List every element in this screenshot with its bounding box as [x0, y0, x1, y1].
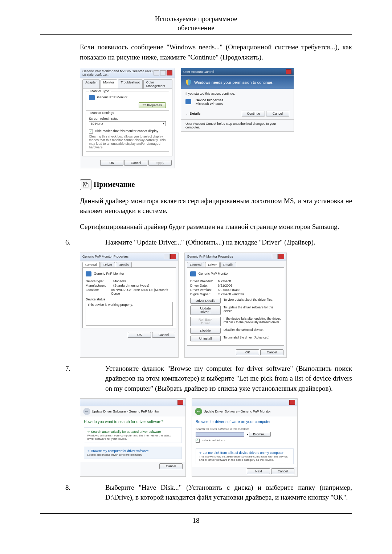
close-button[interactable] [177, 400, 183, 405]
hide-modes-label: Hide modes that this monitor cannot disp… [95, 129, 159, 133]
tab-adapter[interactable]: Adapter [82, 79, 100, 89]
help-button[interactable] [272, 254, 278, 259]
tab-details[interactable]: Details [220, 262, 236, 267]
window-title: Generic PnP Monitor Properties [187, 255, 233, 258]
update-driver-button[interactable]: Update Driver... [190, 305, 221, 315]
step-8: 8. Выберите "Have Disk..." (Установить с… [40, 483, 352, 502]
step-number: 8. [40, 483, 105, 502]
details-toggle[interactable]: Details [190, 112, 201, 115]
uac-publisher: Microsoft Windows [196, 102, 223, 106]
window-title: Generic PnP Monitor Properties [82, 255, 128, 258]
tab-details[interactable]: Details [116, 262, 132, 267]
cancel-button[interactable]: Cancel [260, 349, 283, 355]
minimize-button[interactable] [154, 70, 159, 75]
dialog-driver-driver-tab: Generic PnP Monitor Properties General D… [184, 253, 287, 358]
ok-button[interactable]: OK [236, 349, 259, 355]
help-button[interactable] [164, 254, 170, 259]
chevron-down-icon[interactable]: ⌄ [185, 112, 188, 115]
close-button[interactable] [289, 400, 295, 405]
page-header: Используемое программное обеспечение [40, 15, 352, 32]
include-subfolders-checkbox[interactable] [196, 439, 200, 443]
hide-modes-desc: Clearing this check box allows you to se… [89, 135, 166, 149]
back-button[interactable]: ← [83, 408, 90, 415]
note-paragraph-2: Сертифицированный драйвер будет размещен… [80, 222, 352, 232]
breadcrumb: Update Driver Software - Generic PnP Mon… [92, 410, 159, 413]
uac-started-text: If you started this action, continue. [185, 92, 289, 95]
roll-back-driver-button[interactable]: Roll Back Driver [190, 317, 221, 326]
header-line-2: обеспечение [177, 24, 214, 32]
screenshot-row-3: ← Update Driver Software - Generic PnP M… [80, 398, 352, 476]
cancel-button[interactable]: Cancel [266, 111, 289, 116]
titlebar: Generic PnP Monitor and NVIDIA GeForce 6… [80, 68, 175, 78]
step-6: 6. Нажмите "Update Driver..." (Обновить.… [40, 237, 352, 247]
option-let-me-pick[interactable]: ➔ Let me pick from a list of device driv… [196, 448, 294, 464]
titlebar [192, 399, 297, 406]
properties-button[interactable]: 🛡 Properties [139, 102, 166, 108]
driver-details-button[interactable]: Driver Details [190, 298, 221, 304]
refresh-rate-select[interactable]: 60 Hertz [89, 121, 166, 126]
step-7: 7. Установите флажок "Browse my computer… [40, 364, 352, 394]
window-buttons [154, 70, 172, 75]
cancel-button[interactable]: Cancel [152, 332, 175, 338]
monitor-name: Generic PnP Monitor [97, 96, 127, 99]
tab-general[interactable]: General [187, 262, 204, 267]
close-button[interactable] [278, 254, 284, 259]
titlebar: Generic PnP Monitor Properties [185, 253, 286, 260]
option-browse-computer[interactable]: ➔ Browse my computer for driver software… [84, 447, 182, 459]
monitor-name: Generic PnP Monitor [94, 272, 124, 275]
ok-button[interactable]: OK [128, 332, 151, 338]
back-button[interactable]: ← [195, 408, 202, 415]
tab-troubleshoot[interactable]: Troubleshoot [118, 79, 143, 89]
monitor-icon [89, 95, 95, 100]
page-number: 18 [40, 517, 352, 525]
cancel-button[interactable]: Cancel [124, 160, 147, 166]
apply-button[interactable]: Apply [148, 160, 172, 166]
shield-icon [185, 79, 192, 86]
titlebar: User Account Control [181, 68, 294, 76]
tab-driver[interactable]: Driver [101, 262, 115, 267]
step-text: Нажмите "Update Driver..." (Обновить...)… [105, 237, 352, 247]
tab-monitor[interactable]: Monitor [101, 79, 117, 89]
tab-color-management[interactable]: Color Management [143, 79, 172, 89]
browse-button[interactable]: Browse... [249, 432, 271, 437]
tabs: Adapter Monitor Troubleshoot Color Manag… [80, 78, 175, 89]
continue-button[interactable]: Continue [242, 111, 265, 116]
monitor-icon [190, 271, 196, 276]
note-icon [80, 179, 91, 190]
group-monitor-settings: Monitor Settings [89, 111, 115, 115]
tab-driver[interactable]: Driver [205, 262, 220, 267]
uac-headline: Windows needs your permission to continu… [194, 80, 273, 85]
close-button[interactable] [286, 69, 291, 74]
dialog-monitor-properties: Generic PnP Monitor and NVIDIA GeForce 6… [80, 68, 175, 168]
uninstall-button[interactable]: Uninstall [190, 336, 221, 341]
option-search-auto[interactable]: ➔ Search automatically for updated drive… [84, 427, 182, 443]
disable-button[interactable]: Disable [190, 328, 221, 334]
device-status-box: This device is working properly. [86, 302, 173, 326]
search-location-label: Search for driver software in this locat… [196, 427, 294, 431]
device-status-label: Device status [86, 297, 173, 301]
note-label: Примечание [94, 180, 135, 189]
breadcrumb: Update Driver Software - Generic PnP Mon… [204, 410, 271, 413]
step-number: 7. [40, 364, 105, 394]
note-paragraph-1: Данный драйвер монитора является сертифи… [80, 196, 352, 216]
hide-modes-checkbox[interactable] [89, 130, 93, 134]
next-button[interactable]: Next [247, 468, 270, 474]
path-combobox[interactable] [196, 432, 244, 437]
maximize-button[interactable] [160, 70, 166, 75]
titlebar [80, 399, 185, 406]
wizard-heading: How do you want to search for driver sof… [84, 419, 182, 424]
close-button[interactable] [167, 70, 172, 75]
close-button[interactable] [170, 254, 176, 259]
step-text: Установите флажок "Browse my computer fo… [105, 364, 352, 394]
screenshot-row-2: Generic PnP Monitor Properties General D… [80, 253, 352, 358]
cancel-button[interactable]: Cancel [271, 468, 294, 474]
tab-general[interactable]: General [82, 262, 100, 267]
cancel-button[interactable]: Cancel [159, 463, 183, 469]
paragraph-windows-needs: Если появилось сообщение "Windows needs.… [80, 42, 352, 62]
window-title: User Account Control [183, 70, 214, 74]
ok-button[interactable]: OK [100, 160, 123, 166]
uac-device-properties: Device Properties [196, 98, 223, 102]
titlebar: Generic PnP Monitor Properties [80, 253, 178, 260]
step-text: Выберите "Have Disk..." (Установить с ди… [105, 483, 352, 502]
window-buttons [272, 254, 284, 259]
